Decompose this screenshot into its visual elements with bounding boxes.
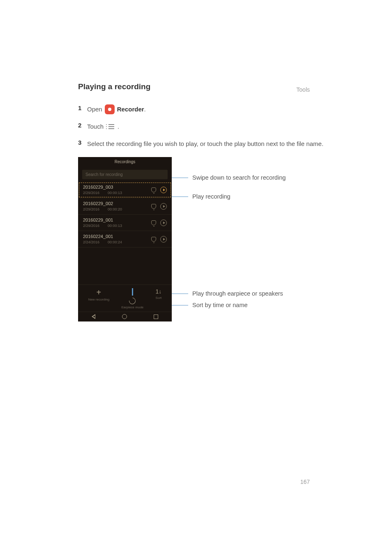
recording-name: 20160229_002	[83, 201, 122, 206]
ear-icon	[128, 296, 137, 306]
recording-item[interactable]: 20160224_001 2/24/2016 00:00:24	[78, 231, 172, 247]
step-2-text: Touch	[87, 122, 104, 132]
annotation-text: Play through earpiece or speakers	[192, 290, 283, 297]
recording-date: 2/29/2016	[83, 207, 99, 211]
recording-item[interactable]: 20160229_001 2/29/2016 00:00:13	[78, 215, 172, 231]
mic-icon	[151, 187, 156, 192]
step-1: 1 Open Recorder .	[78, 104, 334, 114]
earpiece-label: Earpiece mode	[121, 305, 143, 309]
recording-item[interactable]: 20160229_003 2/29/2016 00:00:13	[78, 182, 172, 198]
step-2-period: .	[118, 122, 119, 132]
recording-name: 20160224_001	[83, 234, 122, 239]
phone-screenshot: Recordings Search for recording 20160229…	[78, 157, 172, 321]
annotation-sort: Sort by time or name	[172, 302, 248, 308]
annotation-text: Play recording	[192, 193, 231, 200]
pointer-bar	[132, 288, 133, 296]
step-number: 2	[78, 122, 83, 129]
step-1-label-recorder: Recorder	[117, 104, 144, 114]
step-number: 3	[78, 139, 83, 146]
play-icon[interactable]	[160, 203, 167, 210]
annotation-play: Play recording	[172, 193, 231, 200]
recording-duration: 00:00:13	[108, 224, 122, 228]
mic-icon	[151, 204, 156, 209]
sort-label: Sort	[156, 296, 162, 300]
step-number: 1	[78, 104, 83, 111]
sort-button[interactable]: 1↓ Sort	[156, 288, 162, 309]
recording-duration: 00:00:13	[108, 191, 122, 195]
mic-icon	[151, 237, 156, 242]
new-recording-button[interactable]: + New recording	[88, 288, 110, 309]
annotation-search: Swipe down to search for recording	[172, 174, 286, 181]
step-2: 2 Touch .	[78, 122, 334, 132]
annotation-text: Sort by time or name	[192, 302, 248, 308]
recording-name: 20160229_003	[83, 185, 122, 190]
sort-icon: 1↓	[156, 288, 162, 295]
recording-name: 20160229_001	[83, 217, 122, 222]
phone-app-title: Recordings	[78, 157, 172, 166]
play-icon[interactable]	[160, 220, 167, 226]
annotation-earpiece: Play through earpiece or speakers	[172, 290, 283, 297]
mic-icon	[151, 220, 156, 225]
recording-date: 2/29/2016	[83, 224, 99, 228]
recording-date: 2/29/2016	[83, 191, 99, 195]
list-icon	[106, 123, 115, 130]
recordings-list: 20160229_003 2/29/2016 00:00:13 20160229…	[78, 182, 172, 284]
earpiece-mode-button[interactable]: Earpiece mode	[121, 288, 143, 309]
recorder-app-icon	[105, 104, 115, 114]
recording-date: 2/24/2016	[83, 240, 99, 244]
step-1-text-open: Open	[87, 104, 102, 114]
android-nav-bar	[78, 312, 172, 321]
recording-duration: 00:00:24	[108, 240, 122, 244]
step-3: 3 Select the recording file you wish to …	[78, 139, 334, 149]
new-recording-label: New recording	[88, 298, 110, 301]
plus-icon: +	[97, 288, 101, 296]
step-1-period: .	[144, 104, 146, 114]
play-icon[interactable]	[160, 187, 167, 193]
back-icon[interactable]	[92, 314, 95, 319]
recording-duration: 00:00:20	[108, 207, 122, 211]
recent-apps-icon[interactable]	[154, 314, 158, 319]
annotation-text: Swipe down to search for recording	[192, 174, 286, 181]
home-icon[interactable]	[122, 314, 127, 319]
play-icon[interactable]	[160, 236, 167, 243]
recording-item[interactable]: 20160229_002 2/29/2016 00:00:20	[78, 198, 172, 215]
search-bar[interactable]: Search for recording	[82, 170, 168, 179]
header-category: Tools	[296, 86, 310, 93]
step-3-text: Select the recording file you wish to pl…	[87, 139, 323, 149]
page-number: 167	[300, 479, 310, 485]
